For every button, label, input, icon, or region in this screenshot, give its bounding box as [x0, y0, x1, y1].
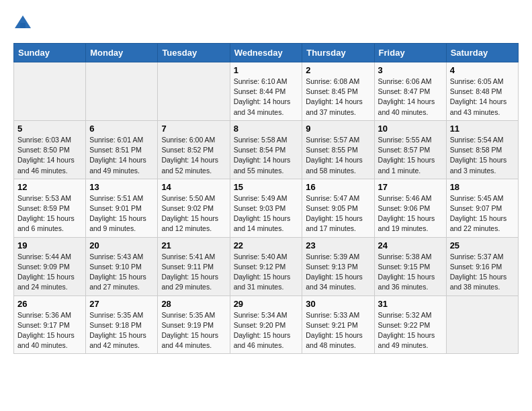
- calendar-table: SundayMondayTuesdayWednesdayThursdayFrid…: [13, 43, 519, 354]
- day-number: 23: [306, 240, 370, 250]
- logo: [13, 13, 35, 32]
- calendar-cell: 30Sunrise: 5:33 AM Sunset: 9:21 PM Dayli…: [302, 295, 374, 354]
- day-info: Sunrise: 6:05 AM Sunset: 8:48 PM Dayligh…: [450, 77, 515, 118]
- day-info: Sunrise: 5:33 AM Sunset: 9:21 PM Dayligh…: [306, 310, 370, 351]
- calendar-cell: [158, 62, 230, 121]
- day-info: Sunrise: 6:00 AM Sunset: 8:52 PM Dayligh…: [161, 135, 226, 176]
- calendar-cell: 5Sunrise: 6:03 AM Sunset: 8:50 PM Daylig…: [14, 120, 86, 179]
- calendar-cell: 25Sunrise: 5:37 AM Sunset: 9:16 PM Dayli…: [446, 237, 518, 295]
- calendar-week-2: 5Sunrise: 6:03 AM Sunset: 8:50 PM Daylig…: [14, 120, 519, 179]
- day-info: Sunrise: 5:55 AM Sunset: 8:57 PM Dayligh…: [378, 135, 443, 176]
- day-number: 15: [234, 182, 299, 192]
- day-number: 21: [161, 240, 226, 250]
- day-number: 22: [234, 240, 299, 250]
- day-info: Sunrise: 5:47 AM Sunset: 9:05 PM Dayligh…: [306, 193, 370, 234]
- day-number: 18: [450, 182, 515, 192]
- day-info: Sunrise: 5:46 AM Sunset: 9:06 PM Dayligh…: [378, 193, 443, 234]
- calendar-cell: 9Sunrise: 5:57 AM Sunset: 8:55 PM Daylig…: [302, 120, 374, 179]
- calendar-cell: 12Sunrise: 5:53 AM Sunset: 8:59 PM Dayli…: [14, 179, 86, 237]
- day-number: 9: [306, 124, 370, 134]
- day-number: 27: [89, 299, 154, 309]
- day-number: 28: [161, 299, 226, 309]
- day-number: 14: [161, 182, 226, 192]
- day-info: Sunrise: 5:32 AM Sunset: 9:22 PM Dayligh…: [378, 310, 443, 351]
- calendar-cell: 17Sunrise: 5:46 AM Sunset: 9:06 PM Dayli…: [374, 179, 446, 237]
- calendar-cell: 4Sunrise: 6:05 AM Sunset: 8:48 PM Daylig…: [446, 62, 518, 121]
- calendar-week-1: 1Sunrise: 6:10 AM Sunset: 8:44 PM Daylig…: [14, 62, 519, 121]
- day-info: Sunrise: 5:40 AM Sunset: 9:12 PM Dayligh…: [234, 252, 299, 293]
- logo-icon: [13, 13, 32, 32]
- calendar-cell: 18Sunrise: 5:45 AM Sunset: 9:07 PM Dayli…: [446, 179, 518, 237]
- calendar-cell: [446, 295, 518, 354]
- calendar-cell: 3Sunrise: 6:06 AM Sunset: 8:47 PM Daylig…: [374, 62, 446, 121]
- day-number: 26: [17, 299, 82, 309]
- day-info: Sunrise: 5:44 AM Sunset: 9:09 PM Dayligh…: [17, 252, 82, 293]
- day-number: 1: [234, 65, 299, 75]
- day-number: 4: [450, 65, 515, 75]
- day-info: Sunrise: 6:01 AM Sunset: 8:51 PM Dayligh…: [89, 135, 154, 176]
- svg-rect-1: [20, 23, 26, 28]
- day-info: Sunrise: 5:34 AM Sunset: 9:20 PM Dayligh…: [234, 310, 299, 351]
- day-info: Sunrise: 6:03 AM Sunset: 8:50 PM Dayligh…: [17, 135, 82, 176]
- calendar-cell: 26Sunrise: 5:36 AM Sunset: 9:17 PM Dayli…: [14, 295, 86, 354]
- day-info: Sunrise: 5:45 AM Sunset: 9:07 PM Dayligh…: [450, 193, 515, 234]
- day-number: 5: [17, 124, 82, 134]
- weekday-header-wednesday: Wednesday: [230, 44, 302, 62]
- calendar-cell: 11Sunrise: 5:54 AM Sunset: 8:58 PM Dayli…: [446, 120, 518, 179]
- day-number: 16: [306, 182, 370, 192]
- calendar-body: 1Sunrise: 6:10 AM Sunset: 8:44 PM Daylig…: [14, 62, 519, 354]
- day-info: Sunrise: 5:50 AM Sunset: 9:02 PM Dayligh…: [161, 193, 226, 234]
- weekday-header-saturday: Saturday: [446, 44, 518, 62]
- calendar-cell: 14Sunrise: 5:50 AM Sunset: 9:02 PM Dayli…: [158, 179, 230, 237]
- day-number: 31: [378, 299, 443, 309]
- day-info: Sunrise: 6:08 AM Sunset: 8:45 PM Dayligh…: [306, 77, 370, 118]
- calendar-cell: 15Sunrise: 5:49 AM Sunset: 9:03 PM Dayli…: [230, 179, 302, 237]
- day-number: 6: [89, 124, 154, 134]
- calendar-cell: [14, 62, 86, 121]
- calendar-cell: 27Sunrise: 5:35 AM Sunset: 9:18 PM Dayli…: [86, 295, 158, 354]
- day-number: 19: [17, 240, 82, 250]
- calendar-cell: 31Sunrise: 5:32 AM Sunset: 9:22 PM Dayli…: [374, 295, 446, 354]
- calendar-cell: 1Sunrise: 6:10 AM Sunset: 8:44 PM Daylig…: [230, 62, 302, 121]
- day-info: Sunrise: 5:54 AM Sunset: 8:58 PM Dayligh…: [450, 135, 515, 176]
- calendar-cell: 23Sunrise: 5:39 AM Sunset: 9:13 PM Dayli…: [302, 237, 374, 295]
- calendar-cell: 20Sunrise: 5:43 AM Sunset: 9:10 PM Dayli…: [86, 237, 158, 295]
- day-info: Sunrise: 5:38 AM Sunset: 9:15 PM Dayligh…: [378, 252, 443, 293]
- calendar-cell: 10Sunrise: 5:55 AM Sunset: 8:57 PM Dayli…: [374, 120, 446, 179]
- calendar-cell: 6Sunrise: 6:01 AM Sunset: 8:51 PM Daylig…: [86, 120, 158, 179]
- calendar-cell: 2Sunrise: 6:08 AM Sunset: 8:45 PM Daylig…: [302, 62, 374, 121]
- calendar-cell: 21Sunrise: 5:41 AM Sunset: 9:11 PM Dayli…: [158, 237, 230, 295]
- calendar-cell: 24Sunrise: 5:38 AM Sunset: 9:15 PM Dayli…: [374, 237, 446, 295]
- day-number: 13: [89, 182, 154, 192]
- calendar-cell: 13Sunrise: 5:51 AM Sunset: 9:01 PM Dayli…: [86, 179, 158, 237]
- day-info: Sunrise: 5:35 AM Sunset: 9:18 PM Dayligh…: [89, 310, 154, 351]
- day-number: 24: [378, 240, 443, 250]
- weekday-header-monday: Monday: [86, 44, 158, 62]
- day-info: Sunrise: 5:57 AM Sunset: 8:55 PM Dayligh…: [306, 135, 370, 176]
- day-number: 12: [17, 182, 82, 192]
- day-number: 29: [234, 299, 299, 309]
- page: SundayMondayTuesdayWednesdayThursdayFrid…: [0, 0, 532, 361]
- day-info: Sunrise: 5:37 AM Sunset: 9:16 PM Dayligh…: [450, 252, 515, 293]
- day-info: Sunrise: 6:10 AM Sunset: 8:44 PM Dayligh…: [234, 77, 299, 118]
- weekday-header-thursday: Thursday: [302, 44, 374, 62]
- calendar-cell: 19Sunrise: 5:44 AM Sunset: 9:09 PM Dayli…: [14, 237, 86, 295]
- day-number: 7: [161, 124, 226, 134]
- calendar-cell: 7Sunrise: 6:00 AM Sunset: 8:52 PM Daylig…: [158, 120, 230, 179]
- day-info: Sunrise: 6:06 AM Sunset: 8:47 PM Dayligh…: [378, 77, 443, 118]
- calendar-cell: 28Sunrise: 5:35 AM Sunset: 9:19 PM Dayli…: [158, 295, 230, 354]
- weekday-header-sunday: Sunday: [14, 44, 86, 62]
- day-number: 8: [234, 124, 299, 134]
- calendar-cell: 22Sunrise: 5:40 AM Sunset: 9:12 PM Dayli…: [230, 237, 302, 295]
- day-info: Sunrise: 5:43 AM Sunset: 9:10 PM Dayligh…: [89, 252, 154, 293]
- day-number: 3: [378, 65, 443, 75]
- calendar-week-3: 12Sunrise: 5:53 AM Sunset: 8:59 PM Dayli…: [14, 179, 519, 237]
- day-info: Sunrise: 5:35 AM Sunset: 9:19 PM Dayligh…: [161, 310, 226, 351]
- day-number: 2: [306, 65, 370, 75]
- day-info: Sunrise: 5:58 AM Sunset: 8:54 PM Dayligh…: [234, 135, 299, 176]
- day-number: 11: [450, 124, 515, 134]
- calendar-week-4: 19Sunrise: 5:44 AM Sunset: 9:09 PM Dayli…: [14, 237, 519, 295]
- calendar-header: SundayMondayTuesdayWednesdayThursdayFrid…: [14, 44, 519, 62]
- day-info: Sunrise: 5:41 AM Sunset: 9:11 PM Dayligh…: [161, 252, 226, 293]
- calendar-cell: 16Sunrise: 5:47 AM Sunset: 9:05 PM Dayli…: [302, 179, 374, 237]
